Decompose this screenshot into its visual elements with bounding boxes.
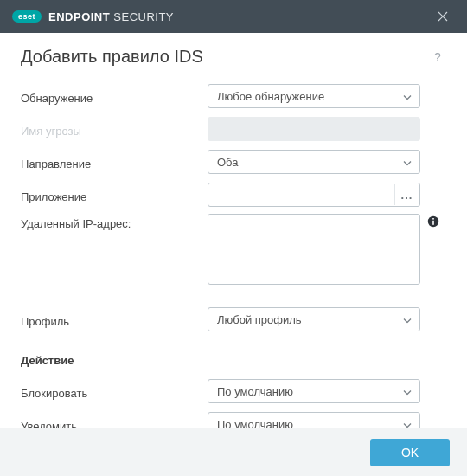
remote-ip-textarea[interactable] bbox=[208, 214, 420, 285]
label-remote-ip: Удаленный IP-адрес: bbox=[21, 214, 208, 230]
header-row: Добавить правило IDS ? bbox=[21, 47, 446, 67]
brand-text-light: SECURITY bbox=[113, 10, 174, 23]
brand-text: ENDPOINT SECURITY bbox=[48, 10, 174, 23]
svg-text:?: ? bbox=[434, 51, 441, 63]
threat-input bbox=[208, 117, 420, 141]
direction-select[interactable]: Оба bbox=[208, 150, 420, 174]
row-block: Блокировать По умолчанию bbox=[21, 377, 446, 405]
block-value: По умолчанию bbox=[217, 385, 293, 398]
detection-select[interactable]: Любое обнаружение bbox=[208, 84, 420, 108]
application-input[interactable]: ... bbox=[208, 183, 420, 207]
ok-button[interactable]: OK bbox=[370, 439, 450, 466]
row-profile: Профиль Любой профиль bbox=[21, 306, 446, 333]
browse-button[interactable]: ... bbox=[394, 184, 419, 205]
close-icon bbox=[438, 11, 448, 22]
label-direction: Направление bbox=[21, 154, 208, 170]
close-button[interactable] bbox=[431, 4, 455, 29]
titlebar: eset ENDPOINT SECURITY bbox=[0, 0, 467, 33]
row-detection: Обнаружение Любое обнаружение bbox=[21, 82, 446, 110]
detection-value: Любое обнаружение bbox=[217, 90, 324, 103]
brand-text-bold: ENDPOINT bbox=[48, 10, 110, 23]
chevron-down-icon bbox=[403, 313, 412, 326]
label-threat: Имя угрозы bbox=[21, 121, 208, 138]
chevron-down-icon bbox=[403, 156, 412, 169]
info-button[interactable] bbox=[427, 215, 441, 229]
label-detection: Обнаружение bbox=[21, 88, 208, 105]
svg-rect-3 bbox=[432, 218, 434, 220]
help-icon: ? bbox=[432, 51, 444, 63]
brand-badge: eset bbox=[12, 10, 42, 23]
profile-value: Любой профиль bbox=[217, 313, 302, 326]
block-select[interactable]: По умолчанию bbox=[208, 379, 420, 403]
label-application: Приложение bbox=[21, 187, 208, 203]
chevron-down-icon bbox=[403, 90, 412, 103]
page-title: Добавить правило IDS bbox=[21, 47, 203, 67]
row-remote-ip: Удаленный IP-адрес: bbox=[21, 214, 446, 285]
footer: OK bbox=[0, 428, 467, 476]
label-block: Блокировать bbox=[21, 383, 208, 400]
direction-value: Оба bbox=[217, 156, 239, 169]
info-icon bbox=[427, 215, 439, 228]
help-button[interactable]: ? bbox=[429, 48, 446, 66]
chevron-down-icon bbox=[403, 385, 412, 398]
content: Добавить правило IDS ? Обнаружение Любое… bbox=[0, 33, 467, 471]
profile-select[interactable]: Любой профиль bbox=[208, 307, 420, 331]
label-profile: Профиль bbox=[21, 312, 208, 328]
section-action-heading: Действие bbox=[21, 354, 446, 367]
row-threat: Имя угрозы bbox=[21, 115, 446, 143]
row-application: Приложение ... bbox=[21, 181, 446, 209]
brand: eset ENDPOINT SECURITY bbox=[12, 10, 174, 23]
row-direction: Направление Оба bbox=[21, 148, 446, 176]
svg-rect-2 bbox=[432, 221, 434, 225]
